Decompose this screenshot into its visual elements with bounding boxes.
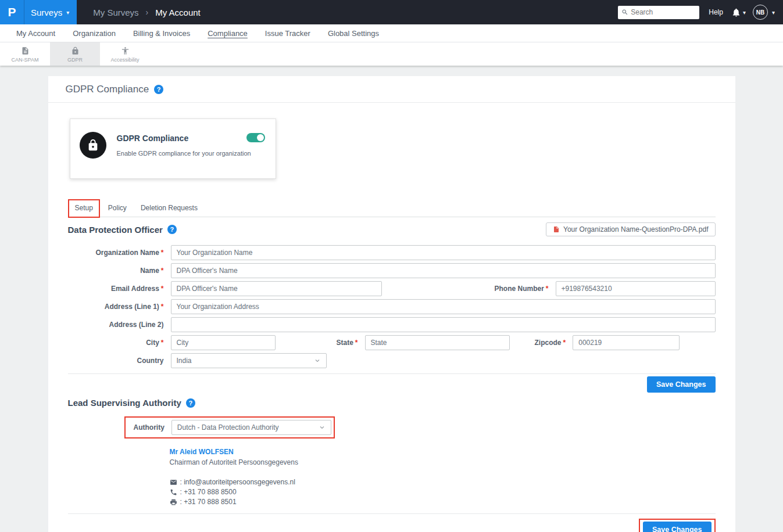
page-header: GDPR Compliance ? <box>48 76 735 103</box>
dpo-form: Organization Name* Name* Email Address* … <box>68 245 716 368</box>
help-link[interactable]: Help <box>709 8 723 16</box>
avatar[interactable]: NB <box>753 5 768 20</box>
notifications-menu[interactable]: ▾ <box>731 8 746 17</box>
nav-item-issue-tracker[interactable]: Issue Tracker <box>256 29 319 38</box>
address-line2-input[interactable] <box>171 317 716 332</box>
dpa-pdf-button[interactable]: Your Organization Name-QuestionPro-DPA.p… <box>546 222 715 236</box>
subnav-label: GDPR <box>67 57 83 63</box>
authority-label: Authority <box>134 423 165 432</box>
authority-contact-lines: info@autoriteitpersoonsgegevens.nl +31 7… <box>170 478 716 506</box>
breadcrumb-my-surveys[interactable]: My Surveys <box>93 8 138 17</box>
tab-setup[interactable]: Setup <box>69 200 99 217</box>
search-icon <box>621 9 628 16</box>
subnav-item-accessibility[interactable]: Accessibility <box>100 42 150 66</box>
annotation-setup-tab: Setup <box>68 199 100 218</box>
accessibility-icon <box>121 46 130 55</box>
form-row: Name* <box>68 263 716 278</box>
required-marker: * <box>161 303 164 311</box>
subnav-label: CAN-SPAM <box>12 57 39 63</box>
lock-icon <box>71 46 80 55</box>
state-input[interactable] <box>365 335 510 350</box>
nav-item-organization[interactable]: Organization <box>64 29 124 38</box>
form-row: Address (Line 2) <box>68 317 716 332</box>
name-input[interactable] <box>171 263 716 278</box>
breadcrumb: My Surveys › My Account <box>93 8 201 17</box>
user-menu[interactable]: NB ▾ <box>753 5 775 20</box>
state-label: State* <box>337 339 358 347</box>
phone-icon <box>170 488 177 496</box>
contact-phone-line: +31 70 888 8500 <box>170 488 716 496</box>
nav-item-billing-invoices[interactable]: Billing & Invoices <box>124 29 199 38</box>
product-name: Surveys <box>31 8 62 17</box>
subnav-label: Accessibility <box>110 57 139 63</box>
chevron-down-icon <box>319 424 326 431</box>
organization-name-label: Organization Name* <box>68 249 164 257</box>
topbar-right: Help ▾ NB ▾ <box>618 5 783 20</box>
form-row: Address (Line 1)* <box>68 299 716 314</box>
dpa-pdf-label: Your Organization Name-QuestionPro-DPA.p… <box>563 225 708 233</box>
search-box[interactable] <box>618 6 699 19</box>
address-line2-label: Address (Line 2) <box>68 321 164 329</box>
search-input[interactable] <box>631 8 695 16</box>
nav-item-compliance[interactable]: Compliance <box>199 29 256 38</box>
toggle-card-title: GDPR Compliance <box>117 134 251 143</box>
help-icon[interactable]: ? <box>186 398 195 408</box>
annotation-save-button: Save Changes <box>639 519 715 532</box>
account-nav: My Account Organization Billing & Invoic… <box>0 24 783 42</box>
city-input[interactable] <box>171 335 276 350</box>
bell-icon <box>731 8 741 17</box>
address-line1-label: Address (Line 1)* <box>68 303 164 311</box>
dpo-save-row: Save Changes <box>68 376 716 393</box>
divider <box>68 513 716 514</box>
tab-policy[interactable]: Policy <box>102 200 133 217</box>
chevron-down-icon: ▾ <box>743 9 746 16</box>
tab-deletion-requests[interactable]: Deletion Requests <box>135 200 203 217</box>
lsa-save-button[interactable]: Save Changes <box>643 522 711 532</box>
contact-fax-line: +31 70 888 8501 <box>170 498 716 506</box>
required-marker: * <box>161 249 164 257</box>
authority-select[interactable]: Dutch - Data Protection Authority <box>171 420 331 435</box>
annotation-authority-select: Authority Dutch - Data Protection Author… <box>124 416 335 438</box>
toggle-card-subtitle: Enable GDPR compliance for your organiza… <box>117 150 251 157</box>
phone-number-input[interactable] <box>556 281 716 296</box>
contact-fax: +31 70 888 8501 <box>180 498 237 506</box>
dpo-section-header: Data Protection Officer ? Your Organizat… <box>68 222 716 236</box>
toggle-knob <box>257 134 264 141</box>
toggle-card-text: GDPR Compliance Enable GDPR compliance f… <box>117 130 251 178</box>
contact-phone: +31 70 888 8500 <box>180 488 237 496</box>
form-row: Email Address* Phone Number* <box>68 281 716 296</box>
city-label: City* <box>68 339 164 347</box>
gdpr-toggle-card: GDPR Compliance Enable GDPR compliance f… <box>70 118 276 179</box>
zipcode-input[interactable] <box>573 335 680 350</box>
app-switcher[interactable]: P Surveys ▾ <box>0 0 77 24</box>
country-select[interactable]: India <box>171 353 327 368</box>
setup-tabs: Setup Policy Deletion Requests <box>68 199 716 217</box>
lock-icon <box>80 132 106 159</box>
dpo-save-button[interactable]: Save Changes <box>647 376 715 393</box>
required-marker: * <box>355 339 358 347</box>
phone-number-label: Phone Number* <box>494 285 548 293</box>
help-icon[interactable]: ? <box>154 85 163 94</box>
help-icon[interactable]: ? <box>167 225 177 234</box>
form-row: Organization Name* <box>68 245 716 260</box>
subnav-item-gdpr[interactable]: GDPR <box>50 42 100 66</box>
nav-item-my-account[interactable]: My Account <box>8 29 64 38</box>
address-line1-input[interactable] <box>171 299 716 314</box>
authority-select-value: Dutch - Data Protection Authority <box>177 423 319 432</box>
dpo-section-title: Data Protection Officer <box>68 225 163 235</box>
authority-contact-card: Mr Aleid WOLFSEN Chairman of Autoriteit … <box>170 448 716 506</box>
contact-email-line: info@autoriteitpersoonsgegevens.nl <box>170 478 716 486</box>
organization-name-input[interactable] <box>171 245 716 260</box>
topbar: P Surveys ▾ My Surveys › My Account Help… <box>0 0 783 24</box>
mail-icon <box>170 479 177 486</box>
questionpro-logo[interactable]: P <box>0 0 24 24</box>
authority-contact-role: Chairman of Autoriteit Persoonsgegevens <box>170 458 716 466</box>
email-address-input[interactable] <box>171 281 382 296</box>
chevron-down-icon <box>314 357 321 364</box>
gdpr-enable-toggle[interactable] <box>246 133 265 142</box>
authority-contact-name[interactable]: Mr Aleid WOLFSEN <box>170 448 716 456</box>
subnav-item-can-spam[interactable]: CAN-SPAM <box>0 42 50 66</box>
pdf-icon <box>553 226 560 233</box>
nav-item-global-settings[interactable]: Global Settings <box>319 29 388 38</box>
required-marker: * <box>563 339 566 347</box>
